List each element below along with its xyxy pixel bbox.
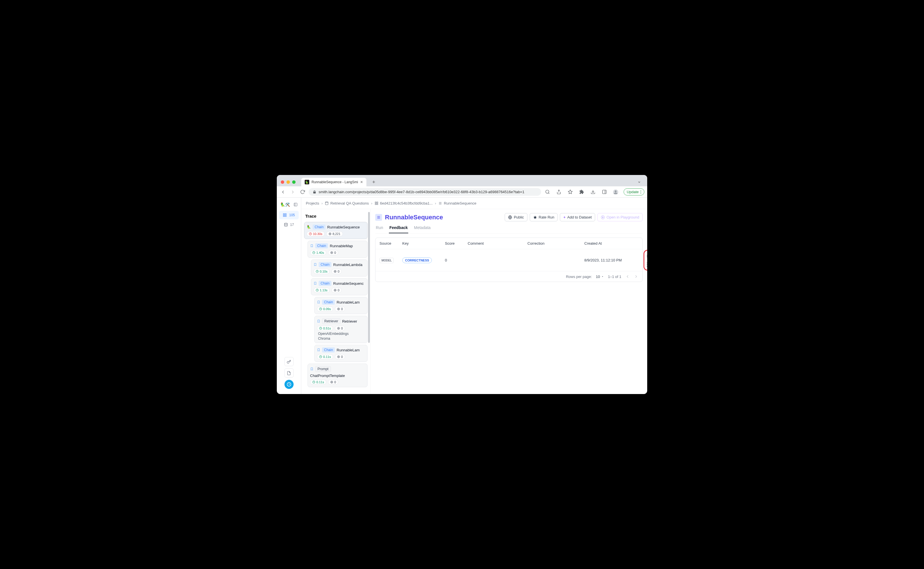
tree-node[interactable]: Chain RunnableMap 1.40s 0 xyxy=(307,241,368,258)
svg-point-33 xyxy=(331,251,333,254)
tabs-overflow-icon[interactable] xyxy=(635,179,643,185)
svg-point-38 xyxy=(335,290,336,291)
svg-point-61 xyxy=(647,263,647,263)
tree-node[interactable]: Chain RunnableLam 0.11s 0 xyxy=(315,345,368,362)
svg-point-41 xyxy=(338,309,339,310)
api-key-button[interactable] xyxy=(284,357,293,366)
downloads-icon[interactable] xyxy=(590,189,596,194)
svg-marker-57 xyxy=(533,216,537,219)
open-external-icon[interactable] xyxy=(647,254,647,258)
rail-projects[interactable]: 105 xyxy=(279,211,299,219)
plus-icon: + xyxy=(563,215,565,219)
svg-point-51 xyxy=(331,381,333,383)
minimize-window-button[interactable] xyxy=(286,180,290,184)
node-name: RunnableSequenc xyxy=(333,281,363,286)
node-name: RunnableLam xyxy=(337,300,360,304)
tree-node[interactable]: Chain RunnableLambda 0.10s 0 xyxy=(311,259,368,277)
tab-feedback[interactable]: Feedback xyxy=(389,224,409,233)
kind-tag: Prompt xyxy=(315,366,331,372)
created-cell: 8/9/2023, 11:12:10 PM xyxy=(584,258,630,262)
header-actions: Public Rate Run + Add to Dataset xyxy=(505,213,643,221)
col-source: Source xyxy=(380,241,402,245)
docs-button[interactable] xyxy=(284,368,293,377)
reload-button[interactable] xyxy=(299,189,306,194)
add-to-dataset-button[interactable]: + Add to Dataset xyxy=(560,213,595,221)
rail-datasets[interactable]: 17 xyxy=(279,221,299,229)
extensions-icon[interactable] xyxy=(578,189,585,194)
browser-tab[interactable]: RunnableSequence - LangSmi ✕ xyxy=(301,178,366,186)
left-rail: 🦜🛠️ 105 17 xyxy=(277,198,301,394)
count-pill: 0 xyxy=(335,306,345,312)
close-tab-icon[interactable]: ✕ xyxy=(360,180,363,184)
collapse-sidebar-icon[interactable] xyxy=(293,202,298,207)
tree-node[interactable]: Chain RunnableLam 0.09s 0 xyxy=(315,297,368,314)
svg-point-42 xyxy=(337,308,340,310)
svg-point-19 xyxy=(287,382,291,386)
rows-per-page-select[interactable]: 10 xyxy=(596,275,604,279)
public-button[interactable]: Public xyxy=(505,213,527,221)
time-pill: 1.40s xyxy=(310,250,326,255)
svg-rect-17 xyxy=(285,215,286,216)
window-controls xyxy=(281,180,296,184)
svg-point-32 xyxy=(331,253,332,253)
svg-point-63 xyxy=(647,266,647,267)
maximize-window-button[interactable] xyxy=(292,180,296,184)
svg-point-35 xyxy=(335,271,336,272)
tree-node-prompt[interactable]: Prompt ChatPromptTemplate 0.11s 0 xyxy=(307,364,368,387)
browser-window: RunnableSequence - LangSmi ✕ + smith.lan… xyxy=(277,175,647,394)
next-page-button[interactable] xyxy=(634,274,638,279)
node-name: RunnableLambda xyxy=(333,263,362,267)
count-pill: 0 xyxy=(335,326,345,331)
node-name: RunnableMap xyxy=(330,244,353,248)
time-pill: 0.10s xyxy=(313,269,330,274)
forward-button[interactable] xyxy=(289,189,296,195)
close-window-button[interactable] xyxy=(281,180,284,184)
tree-node-retriever[interactable]: Retriever Retriever 0.51s 0 OpenAIEmbedd… xyxy=(315,316,368,343)
star-icon[interactable] xyxy=(567,189,573,194)
more-icon[interactable] xyxy=(647,262,647,267)
col-key: Key xyxy=(402,241,445,245)
svg-marker-64 xyxy=(602,276,603,277)
new-tab-button[interactable]: + xyxy=(372,179,375,185)
search-icon[interactable] xyxy=(544,189,551,194)
svg-marker-59 xyxy=(603,216,604,218)
highlight-annotation xyxy=(643,250,647,271)
breadcrumb: Projects › Retrieval QA Questions › 6ed4… xyxy=(301,198,647,209)
breadcrumb-run[interactable]: 6ed4213fc4c54b3fbcfdd9cba1... xyxy=(375,201,433,205)
svg-point-39 xyxy=(334,289,336,291)
prev-page-button[interactable] xyxy=(625,274,630,279)
back-button[interactable] xyxy=(280,189,286,195)
lock-icon xyxy=(313,190,316,194)
rate-run-button[interactable]: Rate Run xyxy=(530,213,558,221)
svg-rect-22 xyxy=(377,202,378,203)
svg-point-20 xyxy=(325,202,328,202)
breadcrumb-dataset[interactable]: Retrieval QA Questions xyxy=(325,201,369,205)
scrollbar-thumb[interactable] xyxy=(368,212,370,343)
tab-title: RunnableSequence - LangSmi xyxy=(312,180,358,184)
address-bar[interactable]: smith.langchain.com/projects/p/da05d8be-… xyxy=(309,188,541,196)
tab-run[interactable]: Run xyxy=(375,224,384,233)
tab-metadata[interactable]: Metadata xyxy=(413,224,431,233)
help-button[interactable] xyxy=(284,380,293,389)
tokens-pill: 8,221 xyxy=(326,231,343,236)
svg-marker-3 xyxy=(568,190,572,193)
svg-rect-5 xyxy=(603,190,606,194)
tree-node[interactable]: Chain RunnableSequenc 1.13s 0 xyxy=(311,278,368,295)
kind-tag: Chain xyxy=(319,262,331,267)
svg-rect-15 xyxy=(285,214,286,215)
update-button[interactable]: Update xyxy=(623,188,644,195)
share-icon[interactable] xyxy=(555,189,562,194)
detail-tabs: Run Feedback Metadata xyxy=(375,224,643,234)
col-comment: Comment xyxy=(468,241,527,245)
profile-icon[interactable] xyxy=(612,189,619,195)
source-badge: MODEL xyxy=(380,258,394,263)
svg-point-8 xyxy=(615,190,617,192)
svg-point-29 xyxy=(330,234,331,234)
detail-header: RunnableSequence Public Rate Run xyxy=(375,213,643,221)
time-pill: 0.11s xyxy=(310,380,326,385)
sidepanel-icon[interactable] xyxy=(601,189,608,194)
detail-title: RunnableSequence xyxy=(385,214,443,221)
tree-node-root[interactable]: 🦜 Chain RunnableSequence 10.30s 8,221 xyxy=(304,222,368,239)
breadcrumb-projects[interactable]: Projects xyxy=(306,201,319,205)
table-row[interactable]: MODEL CORRECTNESS 0 8/9/2023, 11:12:10 P… xyxy=(375,249,642,271)
